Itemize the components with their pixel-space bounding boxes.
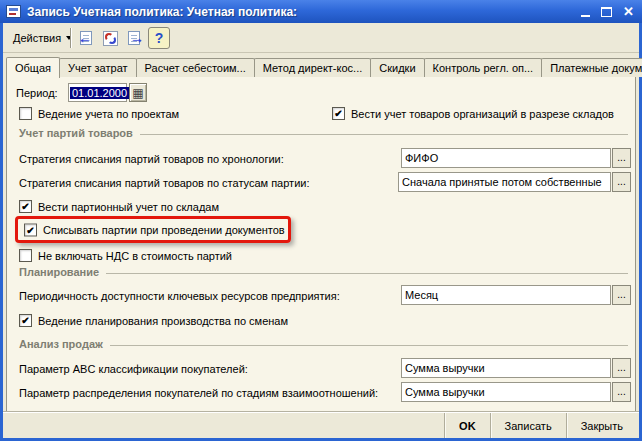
period-label: Период:: [16, 87, 58, 99]
tab-regulated-ops-control[interactable]: Контроль регл. оп...: [424, 58, 543, 77]
ok-button[interactable]: OK: [444, 413, 490, 438]
strategy-status-field[interactable]: Сначала принятые потом собственные: [398, 172, 611, 192]
resource-period-label: Периодичность доступности ключевых ресур…: [19, 290, 340, 302]
section-header-sales-analysis: Анализ продаж: [19, 338, 628, 350]
checkbox-exclude-vat[interactable]: Не включать НДС в стоимость партий: [19, 249, 232, 262]
abc-param-label: Параметр ABC классификации покупателей:: [19, 363, 248, 375]
refresh-button[interactable]: [99, 27, 121, 49]
section-title: Планирование: [19, 266, 99, 278]
calendar-button[interactable]: ▦: [129, 83, 147, 102]
toolbar: Действия ← → ?: [3, 23, 639, 53]
section-divider: [110, 345, 628, 346]
tab-cost-calculation[interactable]: Расчет себестоим...: [136, 58, 255, 77]
maximize-icon[interactable]: [601, 7, 612, 17]
actions-menu-button[interactable]: Действия: [5, 27, 80, 49]
checkbox-label: Вести учет товаров организаций в разрезе…: [351, 108, 614, 120]
toolbar-separator: [70, 28, 72, 48]
section-header-batch-accounting: Учет партий товаров: [19, 127, 628, 139]
arrow-right-icon: →: [130, 31, 144, 45]
section-title: Учет партий товаров: [19, 127, 133, 139]
write-record-button[interactable]: Записать: [490, 413, 566, 438]
stage-param-picker-button[interactable]: ...: [612, 382, 631, 402]
checkbox-label: Ведение планирования производства по сме…: [38, 315, 288, 327]
checkbox-box: ✔: [332, 107, 345, 120]
tab-discounts[interactable]: Скидки: [370, 58, 424, 77]
period-value: 01.01.2000: [70, 87, 129, 99]
strategy-chrono-picker-button[interactable]: ...: [612, 148, 631, 168]
strategy-chrono-label: Стратегия списания партий товаров по хро…: [19, 153, 284, 165]
checkbox-box: [19, 107, 32, 120]
section-title: Анализ продаж: [19, 338, 103, 350]
checkbox-shift-planning[interactable]: ✔ Ведение планирования производства по с…: [19, 314, 288, 327]
section-divider: [106, 273, 628, 274]
window-body: Действия ← → ? Общая: [3, 23, 639, 438]
checkbox-batch-by-warehouse[interactable]: ✔ Вести партионный учет по складам: [19, 200, 219, 213]
checkbox-writeoff-on-posting[interactable]: ✔ Списывать партии при проведении докуме…: [24, 223, 285, 236]
section-divider: [140, 134, 628, 135]
checkbox-box: ✔: [19, 200, 32, 213]
window-controls: ✕: [581, 5, 634, 18]
period-input[interactable]: 01.01.2000: [68, 83, 127, 102]
highlight-box: ✔ Списывать партии при проведении докуме…: [15, 216, 291, 243]
refresh-icon: [103, 31, 118, 46]
strategy-status-picker-button[interactable]: ...: [612, 172, 631, 192]
stage-param-label: Параметр распределения покупателей по ст…: [19, 387, 378, 399]
footer-close-button[interactable]: Закрыть: [566, 413, 637, 438]
tab-payment-docs[interactable]: Платежные докум...: [541, 58, 642, 77]
checkbox-label: Не включать НДС в стоимость партий: [38, 250, 232, 262]
resource-period-picker-button[interactable]: ...: [612, 285, 631, 305]
checkbox-label: Вести партионный учет по складам: [38, 201, 219, 213]
section-header-planning: Планирование: [19, 266, 628, 278]
resource-period-field[interactable]: Месяц: [401, 285, 611, 305]
abc-param-field[interactable]: Сумма выручки: [401, 358, 611, 378]
help-icon: ?: [155, 30, 164, 46]
tabstrip: Общая Учет затрат Расчет себестоим... Ме…: [6, 56, 642, 77]
arrow-left-icon: ←: [78, 31, 92, 45]
write-button[interactable]: →: [123, 27, 145, 49]
stage-param-field[interactable]: Сумма выручки: [401, 382, 611, 402]
checkbox-projects[interactable]: Ведение учета по проектам: [19, 107, 179, 120]
calendar-icon: ▦: [132, 86, 143, 100]
checkbox-box: ✔: [19, 314, 32, 327]
titlebar: Запись Учетная политика: Учетная политик…: [0, 0, 642, 23]
window-title: Запись Учетная политика: Учетная политик…: [27, 5, 575, 19]
form-icon: [6, 5, 21, 18]
tab-general[interactable]: Общая: [6, 57, 60, 78]
checkbox-box: ✔: [24, 223, 37, 236]
checkbox-org-warehouses[interactable]: ✔ Вести учет товаров организаций в разре…: [332, 107, 614, 120]
actions-menu-label: Действия: [13, 32, 61, 44]
help-button[interactable]: ?: [148, 27, 170, 49]
tab-direct-costing[interactable]: Метод директ-кос...: [254, 58, 371, 77]
checkbox-label: Ведение учета по проектам: [38, 108, 179, 120]
abc-param-picker-button[interactable]: ...: [612, 358, 631, 378]
reread-button[interactable]: ←: [75, 27, 97, 49]
checkbox-label: Списывать партии при проведении документ…: [43, 224, 285, 236]
strategy-chrono-field[interactable]: ФИФО: [401, 148, 611, 168]
accounting-policy-window: Запись Учетная политика: Учетная политик…: [0, 0, 642, 441]
tab-page-general: Период: 01.01.2000 ▦ Ведение учета по пр…: [6, 76, 636, 412]
strategy-status-label: Стратегия списания партий товаров по ста…: [19, 177, 310, 189]
footer-button-bar: OK Записать Закрыть: [3, 412, 639, 438]
close-icon[interactable]: ✕: [623, 5, 634, 18]
checkbox-box: [19, 249, 32, 262]
minimize-icon[interactable]: [581, 6, 590, 17]
tab-cost-accounting[interactable]: Учет затрат: [59, 58, 137, 77]
